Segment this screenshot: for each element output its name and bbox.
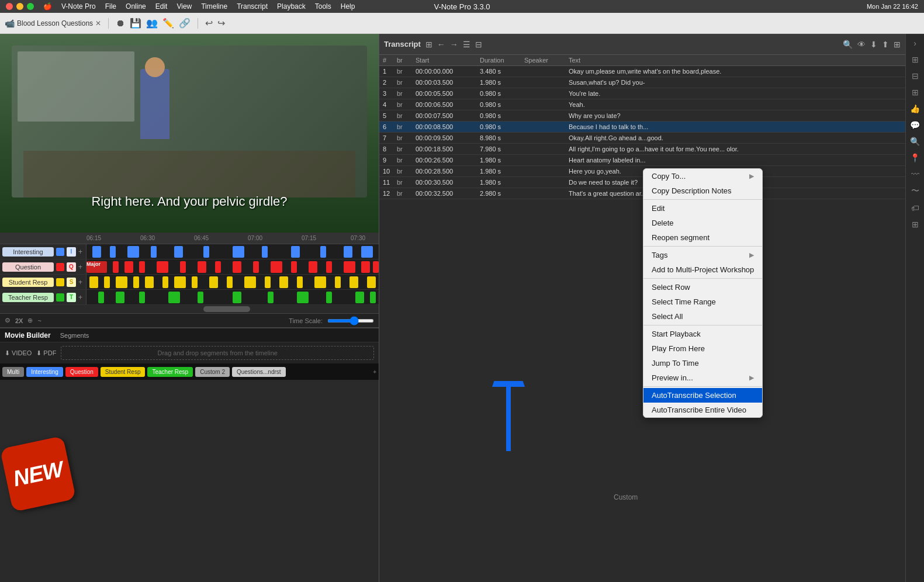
add-student[interactable]: + (78, 278, 82, 286)
cm-jump-time[interactable]: Jump To Time (643, 356, 762, 370)
cm-preview[interactable]: Preview in... ▶ (643, 370, 762, 385)
cm-copy-to[interactable]: Copy To... ▶ (643, 169, 762, 183)
segment[interactable] (133, 276, 139, 288)
segment[interactable] (124, 261, 133, 273)
segment[interactable] (209, 276, 218, 288)
label-teacher[interactable]: Teacher Resp (2, 293, 54, 302)
transcript-nav-forward[interactable]: → (450, 40, 458, 49)
lasso-button[interactable]: 🔗 (179, 18, 191, 29)
segment[interactable] (265, 276, 271, 288)
segment[interactable] (113, 261, 119, 273)
cm-tags[interactable]: Tags ▶ (643, 248, 762, 262)
table-row[interactable]: 7 br 00:00:09.500 8.980 s Okay.All right… (379, 133, 905, 144)
segment[interactable] (233, 246, 244, 258)
segment[interactable] (227, 276, 233, 288)
cm-start-playback[interactable]: Start Playback (643, 327, 762, 341)
add-interesting[interactable]: + (78, 248, 82, 256)
segment[interactable] (370, 292, 376, 303)
menu-playback[interactable]: Playback (277, 2, 306, 11)
table-row[interactable]: 5 br 00:00:07.500 0.980 s Why are you la… (379, 110, 905, 122)
cm-autotranscribe-all[interactable]: AutoTranscribe Entire Video (643, 403, 762, 417)
segment[interactable] (127, 246, 139, 258)
tag-custom2[interactable]: Custom 2 (195, 367, 230, 377)
segment[interactable] (203, 246, 209, 258)
table-row[interactable]: 12 br 00:00:32.500 2.980 s That's a grea… (379, 188, 905, 199)
segment[interactable] (192, 276, 198, 288)
export-pdf[interactable]: ⬇ PDF (36, 349, 56, 357)
segment[interactable] (326, 261, 332, 273)
table-row[interactable]: 10 br 00:00:28.500 1.980 s Here you go,y… (379, 166, 905, 177)
sidebar-grid-icon[interactable]: ⊞ (912, 55, 919, 64)
sidebar-search-icon[interactable]: 🔍 (910, 137, 920, 146)
timeline-settings[interactable]: ⚙ (5, 317, 11, 324)
segment[interactable] (151, 246, 157, 258)
more-icon[interactable]: ⊞ (894, 40, 901, 49)
minimize-button[interactable] (16, 3, 23, 10)
sidebar-pin-icon[interactable]: 📍 (910, 153, 920, 162)
menu-transcript[interactable]: Transcript (237, 2, 268, 11)
table-row[interactable]: 8 br 00:00:18.500 7.980 s All right,I'm … (379, 144, 905, 155)
menu-tools[interactable]: Tools (315, 2, 331, 11)
transcript-view-icon[interactable]: ⊞ (425, 40, 432, 49)
sidebar-next-icon[interactable]: › (913, 39, 916, 48)
cm-play-here[interactable]: Play From Here (643, 341, 762, 356)
sidebar-wave-icon[interactable]: 〰 (911, 169, 919, 179)
tag-questions[interactable]: Questions...ndrst (232, 367, 286, 377)
timeline-scrollbar[interactable] (0, 305, 379, 313)
users-button[interactable]: 👥 (146, 18, 158, 29)
cm-select-all[interactable]: Select All (643, 309, 762, 324)
cm-reopen[interactable]: Reopen segment (643, 230, 762, 245)
segment[interactable] (92, 246, 101, 258)
sidebar-tag-icon[interactable]: 🏷 (911, 203, 919, 213)
timeline-wave[interactable]: ~ (37, 317, 41, 324)
transcript-nav-back[interactable]: ← (437, 40, 445, 49)
segment[interactable] (349, 276, 358, 288)
segment[interactable] (139, 292, 145, 303)
segment[interactable] (361, 246, 373, 258)
project-close[interactable]: ✕ (95, 19, 101, 27)
undo-button[interactable]: ↩ (205, 18, 213, 29)
tag-interesting[interactable]: Interesting (26, 367, 63, 377)
menu-online[interactable]: Online (126, 2, 146, 11)
segment[interactable] (320, 246, 326, 258)
menu-file[interactable]: File (105, 2, 116, 11)
add-teacher[interactable]: + (78, 293, 82, 302)
tag-question[interactable]: Question (65, 367, 98, 377)
segment[interactable] (344, 261, 355, 273)
table-row[interactable]: 9 br 00:00:26.500 1.980 s Heart anatomy … (379, 155, 905, 166)
redo-button[interactable]: ↪ (217, 18, 225, 29)
table-row[interactable]: 1 br 00:00:00.000 3.480 s Okay um,please… (379, 66, 905, 77)
segment[interactable] (110, 246, 116, 258)
save-button[interactable]: 💾 (130, 18, 141, 29)
tag-teacher[interactable]: Teacher Resp (147, 367, 193, 377)
movie-drop-area[interactable]: Drag and drop segments from the timeline (61, 346, 374, 360)
share-icon[interactable]: ⬆ (882, 40, 889, 49)
segment[interactable] (373, 261, 379, 273)
segment[interactable] (291, 261, 297, 273)
record-button[interactable]: ⏺ (116, 18, 125, 29)
segment[interactable] (291, 246, 300, 258)
cm-select-time[interactable]: Select Time Range (643, 295, 762, 309)
segment[interactable] (279, 276, 288, 288)
segment[interactable] (262, 246, 268, 258)
segment[interactable] (174, 276, 186, 288)
segment[interactable] (180, 261, 186, 273)
table-row[interactable]: 3 br 00:00:05.500 0.980 s You're late. (379, 88, 905, 99)
sidebar-wave2-icon[interactable]: 〜 (911, 186, 919, 196)
apple-menu[interactable]: 🍎 (43, 2, 52, 11)
table-row[interactable]: 11 br 00:00:30.500 1.980 s Do we need to… (379, 177, 905, 188)
cm-edit[interactable]: Edit (643, 201, 762, 216)
segment[interactable] (168, 292, 180, 303)
close-button[interactable] (6, 3, 13, 10)
segment[interactable] (344, 246, 352, 258)
tag-student[interactable]: Student Resp (101, 367, 146, 377)
menu-edit[interactable]: Edit (155, 2, 168, 11)
segment[interactable] (367, 276, 376, 288)
maximize-button[interactable] (27, 3, 34, 10)
menu-help[interactable]: Help (341, 2, 355, 11)
segment-major[interactable]: Major (86, 261, 107, 273)
cm-delete[interactable]: Delete (643, 216, 762, 230)
segment[interactable] (233, 292, 241, 303)
segment[interactable] (309, 261, 317, 273)
menu-timeline[interactable]: Timeline (201, 2, 227, 11)
